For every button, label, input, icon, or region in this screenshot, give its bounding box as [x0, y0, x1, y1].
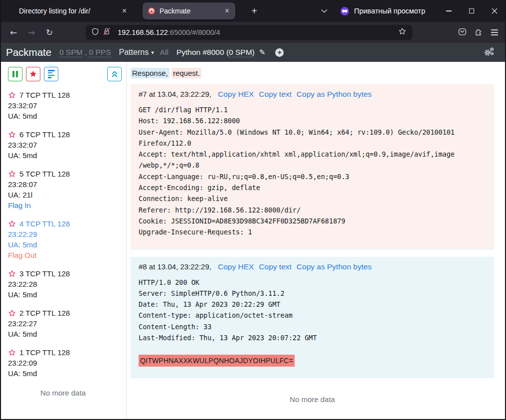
- stream-list-item[interactable]: 4 TCP TTL 128 23:22:29 UA: 5md Flag Out: [8, 218, 126, 260]
- sidebar-toolbar: [8, 67, 126, 81]
- favorite-star-icon[interactable]: [8, 131, 16, 139]
- stream-user-agent: UA: 5md: [8, 368, 126, 379]
- packet-block: #7 at 13.04, 23:22:29, Copy HEXCopy text…: [131, 84, 494, 249]
- stream-user-agent: UA: 5md: [8, 289, 126, 300]
- stream-time: 23:32:07: [8, 140, 126, 150]
- caret-down-icon: ▾: [151, 49, 154, 56]
- browser-window: Directory listing for /dir/ × Packmate ×…: [0, 0, 506, 420]
- edit-service-pencil-icon[interactable]: ✎: [259, 48, 266, 57]
- browser-toolbar: ← → ↻ 192.168.56.122:65000/#/8000/4: [0, 22, 506, 43]
- stream-time: 23:22:28: [8, 279, 126, 289]
- stream-flag-link[interactable]: Flag Out: [8, 250, 126, 260]
- favorite-star-icon[interactable]: [8, 220, 16, 228]
- back-button[interactable]: ←: [6, 25, 21, 40]
- stream-list-item[interactable]: 5 TCP TTL 128 23:28:07 UA: 21l Flag In: [8, 169, 126, 210]
- maximize-button[interactable]: [460, 0, 483, 22]
- stream-user-agent: UA: 5md: [8, 239, 126, 250]
- menu-hamburger-icon[interactable]: [491, 29, 498, 35]
- packet-legend: Response, request.: [131, 69, 494, 77]
- close-tab-icon[interactable]: ×: [121, 7, 128, 15]
- stream-time: 23:22:09: [8, 358, 126, 368]
- copy-link[interactable]: Copy text: [259, 262, 291, 271]
- packet-block: #8 at 13.04, 23:22:29, Copy HEXCopy text…: [131, 257, 494, 378]
- favorite-star-icon[interactable]: [8, 309, 16, 317]
- favorite-star-icon[interactable]: [8, 270, 16, 278]
- extensions-puzzle-icon[interactable]: [475, 27, 483, 38]
- stream-title: 6 TCP TTL 128: [19, 129, 70, 140]
- stream-user-agent: UA: 21l: [8, 190, 126, 200]
- private-label: Приватный просмотр: [354, 7, 425, 15]
- patterns-dropdown[interactable]: Patterns▾: [119, 48, 154, 57]
- close-tab-icon[interactable]: ×: [224, 7, 230, 15]
- flag-match-highlight: QITWPHNAXXKWULPQNHOAJDYOIHPULFC=: [139, 355, 295, 367]
- tab-bar: Directory listing for /dir/ × Packmate ×…: [0, 0, 506, 22]
- star-icon: [29, 70, 37, 78]
- stream-user-agent: UA: 5md: [8, 111, 126, 121]
- all-services-link[interactable]: All: [160, 48, 169, 57]
- stream-title: 2 TCP TTL 128: [19, 308, 70, 318]
- copy-link[interactable]: Copy HEX: [218, 262, 254, 271]
- close-icon: [492, 8, 498, 14]
- stream-list-item[interactable]: 1 TCP TTL 128 23:22:09 UA: 5md: [8, 347, 126, 379]
- page-content: 7 TCP TTL 128 23:32:07 UA: 5md 6 TCP TTL…: [0, 62, 506, 420]
- url-bar[interactable]: 192.168.56.122:65000/#/8000/4: [86, 25, 412, 40]
- url-text[interactable]: 192.168.56.122:65000/#/8000/4: [118, 28, 220, 36]
- stream-detail-pane: Response, request. #7 at 13.04, 23:22:29…: [127, 62, 506, 420]
- stream-flag-link[interactable]: Flag In: [8, 200, 126, 210]
- stream-list-item[interactable]: 6 TCP TTL 128 23:32:07 UA: 5md: [8, 129, 126, 161]
- stream-user-agent: UA: 5md: [8, 150, 126, 161]
- stream-list-item[interactable]: 3 TCP TTL 128 23:22:28 UA: 5md: [8, 268, 126, 300]
- copy-link[interactable]: Copy as Python bytes: [297, 262, 372, 271]
- shield-icon[interactable]: [92, 28, 99, 37]
- forward-button[interactable]: →: [24, 25, 39, 40]
- tab-packmate[interactable]: Packmate ×: [143, 2, 235, 19]
- list-all-tabs-chevron-icon[interactable]: [317, 9, 331, 13]
- settings-gears-icon[interactable]: [483, 47, 495, 58]
- streams-sidebar: 7 TCP TTL 128 23:32:07 UA: 5md 6 TCP TTL…: [0, 62, 127, 420]
- copy-link[interactable]: Copy as Python bytes: [297, 90, 372, 99]
- new-tab-button[interactable]: +: [247, 4, 261, 18]
- collapse-button[interactable]: [107, 67, 122, 81]
- stream-list-item[interactable]: 7 TCP TTL 128 23:32:07 UA: 5md: [8, 90, 126, 121]
- legend-response: Response,: [131, 68, 169, 78]
- tab-title: Packmate: [160, 7, 220, 15]
- private-browsing-badge: Приватный просмотр: [340, 7, 425, 15]
- legend-request: request.: [171, 68, 201, 78]
- list-view-button[interactable]: [44, 67, 58, 81]
- reload-button[interactable]: ↻: [42, 25, 57, 40]
- stream-time: 23:22:27: [8, 318, 126, 329]
- app-brand[interactable]: Packmate: [6, 46, 51, 58]
- bookmark-star-icon[interactable]: [398, 27, 406, 37]
- favorites-filter-button[interactable]: [26, 67, 40, 81]
- stream-user-agent: UA: 5md: [8, 329, 126, 339]
- main-no-more-data: No more data: [131, 386, 494, 419]
- pause-capture-button[interactable]: [8, 67, 22, 81]
- service-tab[interactable]: Python #8000 (0 SPM): [176, 48, 255, 57]
- insecure-lock-icon[interactable]: [103, 27, 111, 37]
- tab-title: Directory listing for /dir/: [19, 7, 121, 15]
- stream-list-item[interactable]: 2 TCP TTL 128 23:22:27 UA: 5md: [8, 308, 126, 339]
- traffic-stats: 0 SPM , 0 PPS: [59, 48, 111, 57]
- private-mask-icon: [340, 7, 349, 15]
- copy-link[interactable]: Copy HEX: [218, 90, 254, 99]
- pocket-icon[interactable]: [458, 27, 467, 38]
- minimize-icon: [446, 10, 452, 11]
- stream-time: 23:32:07: [8, 100, 126, 111]
- stream-time: 23:22:29: [8, 229, 126, 239]
- add-service-button[interactable]: +: [275, 48, 284, 57]
- stream-title: 5 TCP TTL 128: [19, 169, 70, 179]
- favorite-star-icon[interactable]: [8, 349, 16, 357]
- copy-link[interactable]: Copy text: [259, 90, 291, 99]
- packet-id: #7 at 13.04, 23:22:29,: [139, 90, 211, 98]
- sidebar-no-more-data: No more data: [8, 389, 118, 397]
- stream-time: 23:28:07: [8, 179, 126, 190]
- close-window-button[interactable]: [483, 0, 506, 22]
- minimize-button[interactable]: [437, 0, 460, 22]
- tab-directory-listing[interactable]: Directory listing for /dir/ ×: [14, 2, 134, 19]
- copy-links: Copy HEXCopy textCopy as Python bytes: [218, 262, 372, 271]
- packmate-navbar: Packmate 0 SPM , 0 PPS Patterns▾ All Pyt…: [0, 43, 506, 62]
- favorite-star-icon[interactable]: [8, 91, 16, 99]
- packet-payload: HTTP/1.0 200 OKServer: SimpleHTTP/0.6 Py…: [139, 277, 486, 367]
- packmate-favicon-icon: [148, 7, 156, 15]
- favorite-star-icon[interactable]: [8, 170, 16, 178]
